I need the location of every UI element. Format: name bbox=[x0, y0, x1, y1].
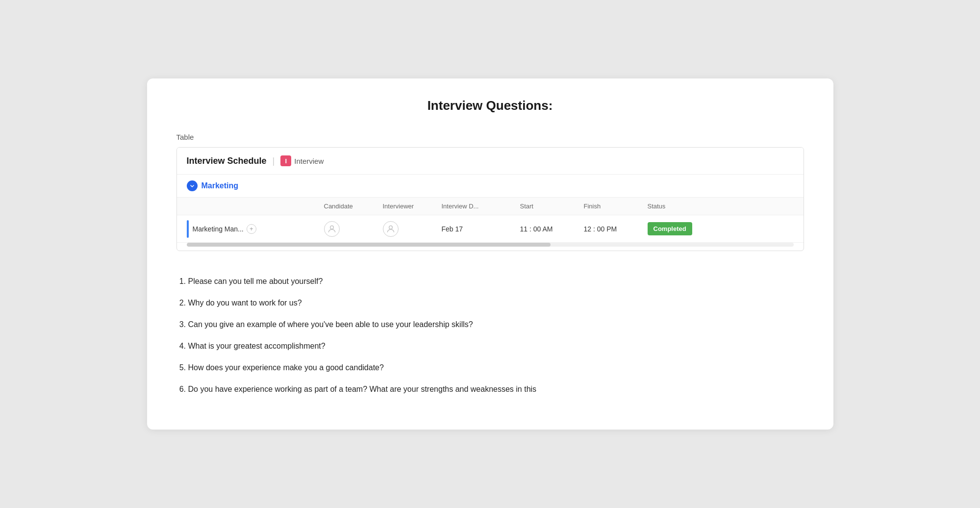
col-header-name bbox=[187, 203, 324, 210]
row-date-cell: Feb 17 bbox=[442, 225, 520, 233]
group-name: Marketing bbox=[201, 181, 239, 190]
col-header-start: Start bbox=[520, 203, 584, 210]
horizontal-scrollbar[interactable] bbox=[187, 243, 794, 247]
status-badge: Completed bbox=[648, 222, 692, 235]
section-label: Table bbox=[176, 133, 804, 141]
row-status-cell: Completed bbox=[648, 222, 706, 235]
list-item: How does your experience make you a good… bbox=[188, 357, 804, 379]
list-item: Do you have experience working as part o… bbox=[188, 379, 804, 400]
page-title: Interview Questions: bbox=[176, 98, 804, 113]
table-title: Interview Schedule bbox=[187, 156, 267, 166]
col-header-finish: Finish bbox=[584, 203, 648, 210]
col-header-candidate: Candidate bbox=[324, 203, 383, 210]
col-header-status: Status bbox=[648, 203, 706, 210]
badge-label: Interview bbox=[294, 157, 324, 165]
table-container: Interview Schedule | I Interview Marketi… bbox=[176, 147, 804, 251]
column-headers: Candidate Interviewer Interview D... Sta… bbox=[177, 198, 804, 215]
add-row-icon[interactable]: + bbox=[247, 224, 256, 234]
list-item: What is your greatest accomplishment? bbox=[188, 335, 804, 357]
questions-list: Please can you tell me about yourself? W… bbox=[176, 271, 804, 400]
list-item: Why do you want to work for us? bbox=[188, 292, 804, 314]
row-name-cell: Marketing Man... + bbox=[187, 224, 324, 234]
table-row: Marketing Man... + bbox=[177, 215, 804, 243]
svg-point-1 bbox=[389, 226, 392, 229]
list-item: Please can you tell me about yourself? bbox=[188, 271, 804, 292]
group-row: Marketing bbox=[177, 175, 804, 198]
row-name-text: Marketing Man... bbox=[193, 225, 244, 233]
divider: | bbox=[273, 156, 275, 166]
row-left-border bbox=[187, 220, 189, 238]
row-candidate-cell bbox=[324, 221, 383, 237]
main-card: Interview Questions: Table Interview Sch… bbox=[147, 78, 833, 430]
svg-point-0 bbox=[330, 226, 333, 229]
table-header-bar: Interview Schedule | I Interview bbox=[177, 148, 804, 175]
row-finish-cell: 12 : 00 PM bbox=[584, 225, 648, 233]
col-header-date: Interview D... bbox=[442, 203, 520, 210]
interviewer-avatar bbox=[383, 221, 399, 237]
list-item: Can you give an example of where you've … bbox=[188, 314, 804, 335]
badge-icon: I bbox=[280, 155, 291, 166]
scrollbar-thumb bbox=[187, 243, 551, 247]
candidate-avatar bbox=[324, 221, 340, 237]
row-interviewer-cell bbox=[383, 221, 442, 237]
table-grid: Marketing Candidate Interviewer Intervie… bbox=[177, 175, 804, 251]
group-expand-icon[interactable] bbox=[187, 180, 198, 191]
row-start-cell: 11 : 00 AM bbox=[520, 225, 584, 233]
col-header-interviewer: Interviewer bbox=[383, 203, 442, 210]
